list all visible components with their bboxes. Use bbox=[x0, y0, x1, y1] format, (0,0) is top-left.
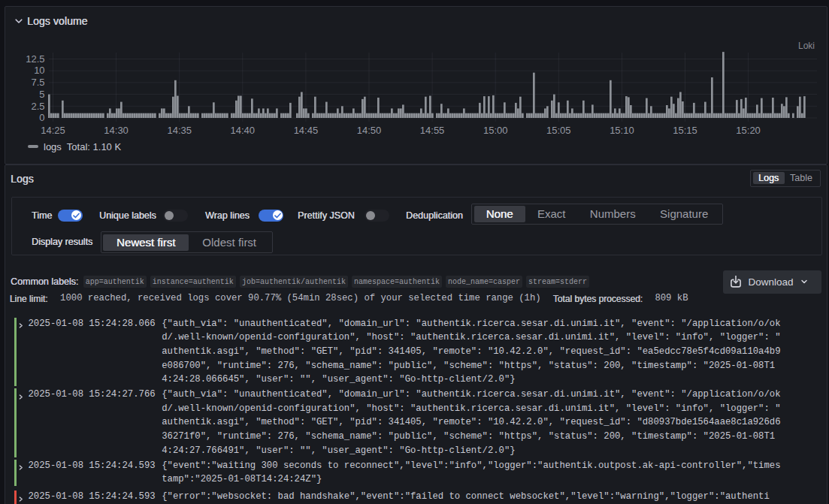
svg-text:12.5: 12.5 bbox=[26, 53, 44, 65]
svg-text:14:30: 14:30 bbox=[104, 125, 129, 136]
svg-text:0: 0 bbox=[39, 112, 44, 123]
svg-text:14:40: 14:40 bbox=[231, 125, 256, 136]
svg-text:15:20: 15:20 bbox=[736, 125, 761, 136]
svg-text:15:15: 15:15 bbox=[673, 125, 697, 136]
svg-text:14:45: 14:45 bbox=[294, 125, 319, 136]
svg-text:2.5: 2.5 bbox=[32, 101, 45, 112]
svg-text:14:50: 14:50 bbox=[357, 125, 382, 136]
svg-text:14:25: 14:25 bbox=[41, 125, 65, 136]
svg-text:14:35: 14:35 bbox=[167, 125, 192, 136]
svg-text:14:55: 14:55 bbox=[420, 125, 445, 136]
svg-text:5: 5 bbox=[39, 89, 44, 100]
svg-text:7.5: 7.5 bbox=[32, 77, 45, 88]
svg-text:15:10: 15:10 bbox=[610, 125, 634, 136]
svg-text:15:00: 15:00 bbox=[483, 125, 508, 136]
svg-text:15:05: 15:05 bbox=[546, 125, 571, 136]
svg-text:10: 10 bbox=[34, 65, 44, 76]
